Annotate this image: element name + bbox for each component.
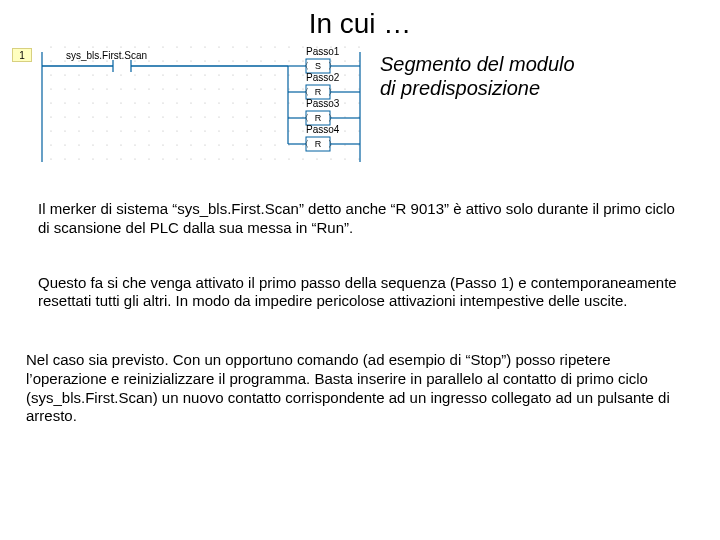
ladder-diagram: 1 bbox=[8, 46, 368, 166]
contact-label: sys_bls.First.Scan bbox=[66, 50, 147, 61]
coil-type-1: R bbox=[315, 87, 322, 97]
svg-text:〈: 〈 bbox=[300, 113, 309, 123]
diagram-caption: Segmento del modulo di predisposizione bbox=[368, 46, 575, 100]
svg-text:〈: 〈 bbox=[300, 139, 309, 149]
coil-label-0: Passo1 bbox=[306, 46, 339, 57]
slide-title: In cui … bbox=[0, 0, 720, 46]
coil-type-3: R bbox=[315, 139, 322, 149]
top-row: 1 bbox=[0, 46, 720, 166]
coil-type-2: R bbox=[315, 113, 322, 123]
paragraph-2: Questo fa si che venga attivato il primo… bbox=[0, 274, 720, 312]
coil-label-1: Passo2 bbox=[306, 72, 339, 83]
coil-label-2: Passo3 bbox=[306, 98, 339, 109]
caption-line-2: di predisposizione bbox=[380, 77, 540, 99]
coil-label-3: Passo4 bbox=[306, 124, 339, 135]
svg-text:〈: 〈 bbox=[300, 61, 309, 71]
caption-line-1: Segmento del modulo bbox=[380, 53, 575, 75]
paragraph-1: Il merker di sistema “sys_bls.First.Scan… bbox=[0, 200, 720, 238]
svg-text:〈: 〈 bbox=[300, 87, 309, 97]
coil-type-0: S bbox=[315, 61, 321, 71]
paragraph-3: Nel caso sia previsto. Con un opportuno … bbox=[0, 351, 720, 426]
svg-rect-4 bbox=[113, 60, 131, 72]
